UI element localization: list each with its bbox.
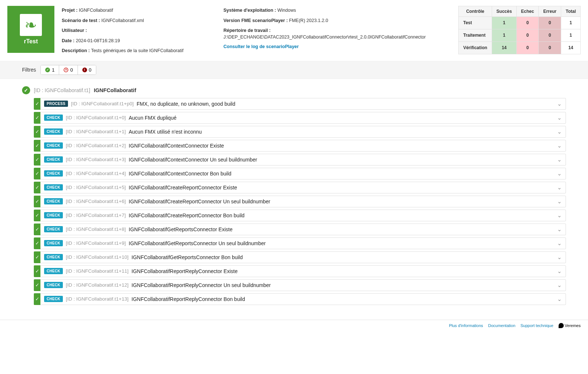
type-tag: CHECK bbox=[44, 254, 63, 260]
filter-fail[interactable]: ✕ 0 bbox=[59, 65, 78, 75]
brand: Veremes bbox=[559, 323, 581, 328]
type-tag: CHECK bbox=[44, 226, 63, 232]
list-item[interactable]: ✓ CHECK [ID : IGNFCollaboratif.t1+9] IGN… bbox=[34, 237, 566, 249]
type-tag: CHECK bbox=[44, 198, 63, 204]
chevron-down-icon[interactable]: ⌄ bbox=[557, 115, 562, 121]
support-link[interactable]: Support technique bbox=[520, 323, 553, 328]
item-id: [ID : IGNFCollaboratif.t1+5] bbox=[66, 185, 126, 190]
item-title: IGNFCollaboratifReportReplyConnector Bon… bbox=[132, 296, 245, 302]
status-icon: ✓ bbox=[34, 140, 40, 152]
item-title: FMX, no duplicate, no unknown, good buil… bbox=[137, 101, 236, 107]
chevron-down-icon[interactable]: ⌄ bbox=[557, 282, 562, 288]
list-item[interactable]: ✓ CHECK [ID : IGNFCollaboratif.t1+13] IG… bbox=[34, 293, 566, 305]
cross-icon: ✕ bbox=[64, 68, 68, 72]
type-tag: PROCESS bbox=[44, 101, 68, 107]
chevron-down-icon[interactable]: ⌄ bbox=[557, 101, 562, 107]
item-title: IGNFCollaboratifReportReplyConnector Un … bbox=[132, 282, 271, 288]
type-tag: CHECK bbox=[44, 212, 63, 218]
group-name: IGNFCollaboratif bbox=[94, 87, 136, 93]
list-item[interactable]: ✓ CHECK [ID : IGNFCollaboratif.t1+2] IGN… bbox=[34, 140, 566, 152]
list-item[interactable]: ✓ CHECK [ID : IGNFCollaboratif.t1+8] IGN… bbox=[34, 224, 566, 235]
item-title: IGNFCollaboratifContextConnector Existe bbox=[129, 143, 224, 149]
success-icon: ✓ bbox=[22, 86, 30, 94]
info-right: Système d'exploitation : Windows Version… bbox=[223, 6, 389, 54]
list-item[interactable]: ✓ CHECK [ID : IGNFCollaboratif.t1+10] IG… bbox=[34, 251, 566, 263]
status-icon: ✓ bbox=[34, 265, 40, 277]
item-id: [ID : IGNFCollaboratif.t1+11] bbox=[66, 268, 129, 274]
status-icon: ✓ bbox=[34, 237, 40, 249]
docs-link[interactable]: Documentation bbox=[488, 323, 515, 328]
type-tag: CHECK bbox=[44, 128, 63, 135]
group-header[interactable]: ✓ [ID : IGNFCollaboratif.t1] IGNFCollabo… bbox=[22, 86, 566, 94]
chevron-down-icon[interactable]: ⌄ bbox=[557, 198, 562, 205]
status-icon: ✓ bbox=[34, 279, 40, 291]
item-id: [ID : IGNFCollaboratif.t1+p0] bbox=[71, 101, 134, 106]
list-item[interactable]: ✓ CHECK [ID : IGNFCollaboratif.t1+3] IGN… bbox=[34, 154, 566, 166]
item-id: [ID : IGNFCollaboratif.t1+1] bbox=[66, 129, 126, 134]
list-item[interactable]: ✓ CHECK [ID : IGNFCollaboratif.t1+6] IGN… bbox=[34, 196, 566, 207]
status-icon: ✓ bbox=[34, 210, 40, 221]
list-item[interactable]: ✓ CHECK [ID : IGNFCollaboratif.t1+5] IGN… bbox=[34, 182, 566, 193]
chevron-down-icon[interactable]: ⌄ bbox=[557, 212, 562, 219]
chevron-down-icon[interactable]: ⌄ bbox=[557, 184, 562, 191]
chevron-down-icon[interactable]: ⌄ bbox=[557, 226, 562, 233]
item-title: IGNFCollaboratifContextConnector Bon bui… bbox=[129, 171, 231, 177]
status-icon: ✓ bbox=[34, 98, 40, 110]
type-tag: CHECK bbox=[44, 240, 63, 246]
item-title: IGNFCollaboratifReportReplyConnector Exi… bbox=[132, 268, 238, 274]
log-link[interactable]: Consulter le log de scenarioPlayer bbox=[223, 44, 389, 49]
list-item[interactable]: ✓ CHECK [ID : IGNFCollaboratif.t1+1] Auc… bbox=[34, 126, 566, 138]
chevron-down-icon[interactable]: ⌄ bbox=[557, 240, 562, 247]
type-tag: CHECK bbox=[44, 142, 63, 149]
logo: ❧ rTest bbox=[7, 6, 54, 53]
chevron-down-icon[interactable]: ⌄ bbox=[557, 170, 562, 177]
item-title: IGNFCollaboratifGetReportsConnector Exis… bbox=[129, 226, 232, 232]
status-icon: ✓ bbox=[34, 251, 40, 263]
status-icon: ✓ bbox=[34, 182, 40, 193]
chevron-down-icon[interactable]: ⌄ bbox=[557, 268, 562, 275]
item-id: [ID : IGNFCollaboratif.t1+0] bbox=[66, 115, 126, 120]
type-tag: CHECK bbox=[44, 268, 63, 274]
list-item[interactable]: ✓ CHECK [ID : IGNFCollaboratif.t1+4] IGN… bbox=[34, 168, 566, 179]
list-item[interactable]: ✓ CHECK [ID : IGNFCollaboratif.t1+7] IGN… bbox=[34, 210, 566, 221]
item-id: [ID : IGNFCollaboratif.t1+12] bbox=[66, 282, 129, 288]
chevron-down-icon[interactable]: ⌄ bbox=[557, 142, 562, 149]
filter-error[interactable]: ! 0 bbox=[78, 65, 96, 75]
item-id: [ID : IGNFCollaboratif.t1+3] bbox=[66, 157, 126, 162]
item-title: IGNFCollaboratifContextConnector Un seul… bbox=[129, 157, 257, 163]
list-item[interactable]: ✓ CHECK [ID : IGNFCollaboratif.t1+0] Auc… bbox=[34, 112, 566, 124]
status-icon: ✓ bbox=[34, 168, 40, 179]
results: ✓ [ID : IGNFCollaboratif.t1] IGNFCollabo… bbox=[0, 79, 588, 320]
status-icon: ✓ bbox=[34, 224, 40, 235]
list-item[interactable]: ✓ CHECK [ID : IGNFCollaboratif.t1+11] IG… bbox=[34, 265, 566, 277]
item-title: IGNFCollaboratifCreateReportConnector Ex… bbox=[129, 185, 237, 190]
table-row: Test1001 bbox=[459, 17, 581, 29]
brand-icon bbox=[559, 323, 564, 328]
status-icon: ✓ bbox=[34, 196, 40, 207]
type-tag: CHECK bbox=[44, 296, 63, 302]
chevron-down-icon[interactable]: ⌄ bbox=[557, 254, 562, 261]
item-id: [ID : IGNFCollaboratif.t1+6] bbox=[66, 199, 126, 204]
leaf-icon: ❧ bbox=[25, 17, 37, 33]
status-icon: ✓ bbox=[34, 293, 40, 305]
logo-text: rTest bbox=[24, 38, 38, 45]
chevron-down-icon[interactable]: ⌄ bbox=[557, 156, 562, 163]
item-title: Aucun FMX dupliqué bbox=[129, 115, 176, 121]
item-id: [ID : IGNFCollaboratif.t1+2] bbox=[66, 143, 126, 148]
group-id: [ID : IGNFCollaboratif.t1] bbox=[34, 87, 90, 93]
header: ❧ rTest Projet : IGNFCollaboratif Scénar… bbox=[0, 0, 588, 57]
chevron-down-icon[interactable]: ⌄ bbox=[557, 296, 562, 302]
item-title: IGNFCollaboratifGetReportsConnector Un s… bbox=[129, 240, 266, 246]
item-id: [ID : IGNFCollaboratif.t1+13] bbox=[66, 296, 129, 302]
filter-success[interactable]: ✓ 1 bbox=[41, 65, 59, 75]
type-tag: CHECK bbox=[44, 184, 63, 190]
filters-label: Filtres bbox=[22, 67, 36, 73]
list-item[interactable]: ✓ PROCESS [ID : IGNFCollaboratif.t1+p0] … bbox=[34, 98, 566, 110]
list-item[interactable]: ✓ CHECK [ID : IGNFCollaboratif.t1+12] IG… bbox=[34, 279, 566, 291]
type-tag: CHECK bbox=[44, 156, 63, 163]
more-link[interactable]: Plus d'informations bbox=[449, 323, 483, 328]
item-title: IGNFCollaboratifCreateReportConnector Un… bbox=[129, 199, 270, 204]
status-icon: ✓ bbox=[34, 126, 40, 138]
chevron-down-icon[interactable]: ⌄ bbox=[557, 128, 562, 135]
info-left: Projet : IGNFCollaboratif Scénario de te… bbox=[62, 6, 216, 54]
